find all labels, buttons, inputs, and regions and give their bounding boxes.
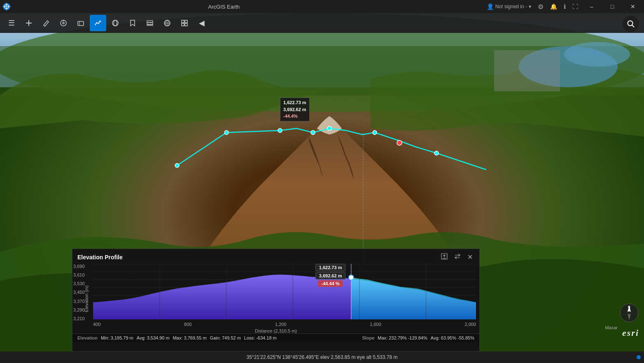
svg-point-31 [224,130,229,135]
y-label-2: 3,610 [73,272,86,277]
svg-point-30 [175,163,179,168]
status-right [637,355,641,359]
close-panel-btn[interactable]: ✕ [466,252,474,262]
slope-stat-label: Slope [362,335,374,340]
svg-point-34 [327,126,331,130]
app-title: ArcGIS Earth [0,4,484,10]
svg-point-32 [278,128,282,133]
svg-rect-10 [78,21,84,26]
svg-point-33 [311,130,315,135]
toolbar-collapse-btn[interactable]: ◀ [194,15,210,31]
esri-logo: esri [622,328,639,338]
toolbar-elevation-btn[interactable] [90,15,106,31]
svg-rect-24 [185,23,187,26]
info-btn[interactable]: ℹ [561,2,568,11]
toolbar-erase-btn[interactable] [72,15,89,31]
status-coordinates: 35°21'22.625"N 138°45'26.495"E elev 2,56… [247,354,398,360]
x-label-2: 800 [184,322,191,327]
toolbar-add-btn[interactable] [21,15,37,31]
elev-max: Max: 3,769.55 m [173,335,207,340]
elev-gain: Gain: 749.52 m [210,335,241,340]
x-label-4: 1,600 [370,322,381,327]
x-axis-label: Distance (2,310.5 m) [72,328,479,333]
elevation-stat-label: Elevation [77,335,98,340]
svg-point-8 [63,22,64,24]
svg-rect-14 [147,21,153,22]
svg-point-13 [114,20,117,26]
elev-min: Min: 3,195.79 m [101,335,133,340]
toolbar-bookmark-btn[interactable] [124,15,141,31]
slope-avg: Avg: 63.95% -55.85% [431,335,474,340]
notifications-btn[interactable]: 🔔 [548,2,560,11]
y-label-5: 3,370 [73,299,86,304]
elev-loss: Loss: -634.18 m [244,335,277,340]
x-label-5: 2,000 [464,322,476,327]
y-label-1: 3,690 [73,264,86,269]
svg-line-6 [44,25,45,26]
toolbar-sketch-btn[interactable] [38,15,54,31]
y-label-7: 3,210 [73,316,86,321]
fullscreen-btn[interactable]: ⛶ [570,2,581,11]
chart-inner: 3,690 3,610 3,530 3,450 3,370 3,290 3,21… [93,264,476,328]
svg-rect-21 [182,20,184,23]
export-btn[interactable] [439,252,449,262]
y-label-6: 3,290 [73,307,86,312]
elevation-header-buttons: ✕ [439,252,474,262]
maximize-btn[interactable]: □ [603,0,622,13]
x-label-1: 400 [93,322,100,327]
status-indicator [637,355,641,359]
x-axis-labels: 400 800 1,200 1,600 2,000 [93,322,476,327]
settings-btn[interactable]: ⚙ [535,2,546,12]
svg-rect-16 [147,25,153,26]
svg-point-58 [349,275,354,280]
svg-point-12 [112,20,118,26]
titlebar-right: 👤 Not signed in - ▾ ⚙ 🔔 ℹ ⛶ – □ ✕ [484,0,642,13]
svg-point-39 [564,42,630,67]
toolbar-menu-btn[interactable]: ☰ [3,15,20,31]
stats-bar: Elevation Min: 3,195.79 m Avg: 3,534.90 … [72,333,479,342]
toolbar: ☰ [0,13,644,33]
minimize-btn[interactable]: – [582,0,601,13]
titlebar: ArcGIS Earth 👤 Not signed in - ▾ ⚙ 🔔 ℹ ⛶… [0,0,644,13]
toolbar-measure-btn[interactable] [55,15,72,31]
svg-point-37 [397,140,402,145]
close-btn[interactable]: ✕ [623,0,642,13]
not-signed-in-btn[interactable]: 👤 Not signed in - ▾ [484,2,534,11]
toolbar-overlay-btn[interactable] [107,15,124,31]
svg-point-35 [373,130,377,135]
elev-avg: Avg: 3,534.90 m [137,335,170,340]
svg-rect-15 [147,23,153,24]
svg-text:N: N [628,305,630,309]
elevation-chart-svg[interactable] [93,264,476,319]
elevation-title: Elevation Profile [77,254,123,261]
y-axis-values: 3,690 3,610 3,530 3,450 3,370 3,290 3,21… [73,264,86,321]
elevation-panel-header: Elevation Profile ✕ [72,249,479,264]
svg-point-25 [628,21,633,26]
y-label-3: 3,530 [73,281,86,286]
x-label-3: 1,200 [275,322,287,327]
statusbar: 35°21'22.625"N 138°45'26.495"E elev 2,56… [0,351,644,363]
toolbar-grid-btn[interactable] [176,15,193,31]
slope-max: Max: 232.79% -129.84% [378,335,427,340]
svg-rect-40 [494,50,560,91]
toolbar-layers-btn[interactable] [142,15,158,31]
svg-rect-22 [185,20,187,23]
svg-line-26 [632,25,634,27]
swap-btn[interactable] [453,252,462,262]
svg-point-36 [434,151,439,155]
maxar-text: Maxar [605,325,618,330]
chart-wrapper: Elevation (m) 3,690 3,610 3,530 3,450 3,… [72,264,479,333]
y-label-4: 3,450 [73,290,86,295]
compass[interactable]: N [619,303,639,323]
elevation-panel: Elevation Profile ✕ Elevation (m) [72,249,480,351]
search-button[interactable] [623,16,639,32]
svg-rect-23 [182,23,184,26]
toolbar-globe-btn[interactable] [159,15,175,31]
